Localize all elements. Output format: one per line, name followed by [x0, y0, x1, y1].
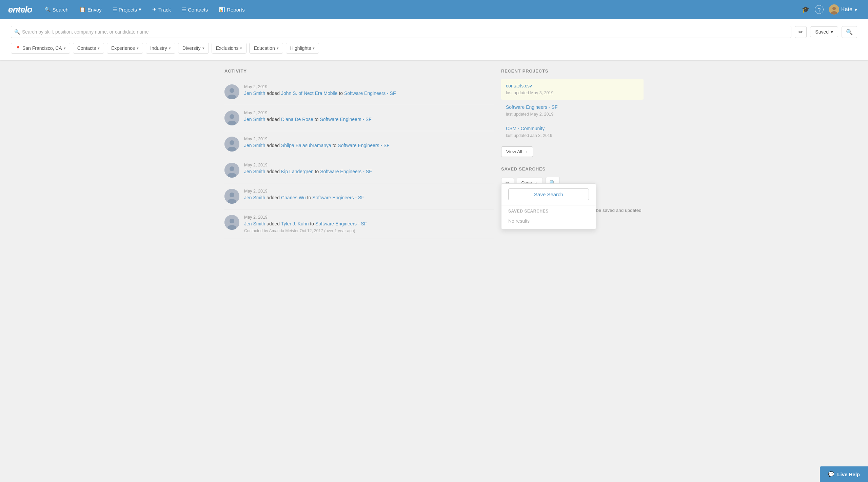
- svg-point-7: [230, 114, 234, 119]
- view-all-button[interactable]: View All →: [501, 146, 533, 157]
- diversity-chevron: ▾: [202, 46, 204, 51]
- saved-searches-section: SAVED SEARCHES ✏ Save ▲ 🔍 ▾: [501, 166, 644, 221]
- activity-item: May 2, 2019 Jen Smith added Tyler J. Kuh…: [224, 209, 494, 239]
- avatar: [224, 137, 239, 152]
- activity-title: ACTIVITY: [224, 68, 494, 74]
- filter-contacts[interactable]: Contacts ▾: [73, 43, 104, 54]
- graduation-cap-icon[interactable]: 🎓: [799, 4, 812, 15]
- activity-person-link[interactable]: John S. of Next Era Mobile: [281, 91, 338, 96]
- reports-icon: 📊: [219, 6, 225, 13]
- activity-person-link[interactable]: Tyler J. Kuhn: [281, 221, 309, 226]
- search-nav-icon: 🔍: [44, 6, 51, 13]
- svg-point-1: [832, 7, 836, 10]
- project-item[interactable]: CSM - Community last updated Jan 3, 2019: [501, 122, 644, 142]
- activity-actor-link[interactable]: Jen Smith: [244, 221, 265, 226]
- no-results-label: No results: [501, 216, 596, 229]
- activity-person-link[interactable]: Kip Landergren: [281, 169, 314, 174]
- activity-item: May 2, 2019 Jen Smith added Shilpa Balas…: [224, 131, 494, 157]
- save-search-button[interactable]: Save Search: [508, 188, 589, 200]
- activity-project-link[interactable]: Software Engineers - SF: [312, 195, 364, 200]
- filter-industry[interactable]: Industry ▾: [146, 43, 175, 54]
- nav-envoy[interactable]: 📋 Envoy: [75, 4, 106, 15]
- nav-projects[interactable]: ☰ Projects ▾: [108, 4, 145, 15]
- project-item[interactable]: contacts.csv last updated May 3, 2019: [501, 79, 644, 100]
- activity-item: May 2, 2019 Jen Smith added John S. of N…: [224, 79, 494, 105]
- avatar: [224, 111, 239, 125]
- highlights-chevron: ▾: [313, 46, 315, 51]
- nav-track[interactable]: ✈ Track: [148, 4, 175, 15]
- industry-chevron: ▾: [169, 46, 171, 51]
- recent-projects-section: RECENT PROJECTS contacts.csv last update…: [501, 68, 644, 157]
- filters-row: 📍 San Francisco, CA ▾ Contacts ▾ Experie…: [11, 43, 857, 54]
- project-item[interactable]: Software Engineers - SF last updated May…: [501, 100, 644, 121]
- activity-project-link[interactable]: Software Engineers - SF: [338, 143, 390, 148]
- user-menu[interactable]: Kate ▾: [826, 3, 860, 16]
- activity-person-link[interactable]: Diana De Rose: [281, 117, 313, 122]
- project-link[interactable]: contacts.csv: [506, 83, 639, 88]
- saved-button[interactable]: Saved ▾: [810, 26, 838, 37]
- project-link[interactable]: CSM - Community: [506, 126, 639, 131]
- user-name: Kate: [841, 6, 852, 13]
- activity-item: May 2, 2019 Jen Smith added Diana De Ros…: [224, 105, 494, 131]
- svg-point-10: [230, 140, 234, 145]
- filter-location[interactable]: 📍 San Francisco, CA ▾: [11, 43, 70, 54]
- activity-section: ACTIVITY May 2, 2019 Jen Smith added Joh…: [224, 68, 494, 239]
- filter-highlights[interactable]: Highlights ▾: [286, 43, 319, 54]
- activity-project-link[interactable]: Software Engineers - SF: [315, 221, 367, 226]
- filter-education[interactable]: Education ▾: [249, 43, 283, 54]
- filter-experience[interactable]: Experience ▾: [107, 43, 143, 54]
- svg-point-19: [230, 219, 234, 223]
- save-search-dropdown: Save Search SAVED SEARCHES No results: [501, 183, 596, 229]
- location-pin-icon: 📍: [15, 46, 21, 51]
- user-chevron: ▾: [854, 6, 857, 13]
- projects-chevron: ▾: [139, 6, 141, 13]
- svg-point-4: [230, 88, 234, 93]
- help-icon[interactable]: ?: [815, 5, 824, 14]
- edit-button[interactable]: ✏: [795, 26, 807, 38]
- education-chevron: ▾: [277, 46, 279, 51]
- activity-item: May 2, 2019 Jen Smith added Kip Landergr…: [224, 157, 494, 183]
- experience-chevron: ▾: [137, 46, 139, 51]
- activity-actor-link[interactable]: Jen Smith: [244, 195, 265, 200]
- saved-chevron: ▾: [831, 29, 833, 35]
- search-box-wrap: 🔍: [11, 26, 791, 38]
- activity-item: May 2, 2019 Jen Smith added Charles Wu t…: [224, 183, 494, 209]
- projects-icon: ☰: [113, 6, 117, 13]
- exclusions-chevron: ▾: [240, 46, 242, 51]
- contacts-icon: ☰: [182, 6, 186, 13]
- activity-actor-link[interactable]: Jen Smith: [244, 117, 265, 122]
- project-link[interactable]: Software Engineers - SF: [506, 104, 639, 110]
- activity-person-link[interactable]: Shilpa Balasubramanya: [281, 143, 331, 148]
- navbar: entelo 🔍 Search 📋 Envoy ☰ Projects ▾ ✈ T…: [0, 0, 868, 19]
- saved-searches-title: SAVED SEARCHES: [501, 166, 644, 172]
- activity-actor-link[interactable]: Jen Smith: [244, 143, 265, 148]
- activity-body: May 2, 2019 Jen Smith added Shilpa Balas…: [244, 137, 494, 149]
- recent-projects-title: RECENT PROJECTS: [501, 68, 644, 74]
- search-container: 🔍 ✏ Saved ▾ 🔍 📍 San Francisco, CA ▾ Cont…: [0, 19, 868, 60]
- filter-exclusions[interactable]: Exclusions ▾: [212, 43, 247, 54]
- search-main-button[interactable]: 🔍: [842, 26, 857, 38]
- activity-actor-link[interactable]: Jen Smith: [244, 91, 265, 96]
- save-dropdown-header: Save Search: [501, 184, 596, 205]
- activity-project-link[interactable]: Software Engineers - SF: [320, 169, 372, 174]
- activity-body: May 2, 2019 Jen Smith added Kip Landergr…: [244, 163, 494, 175]
- live-help-button[interactable]: 💬 Live Help: [820, 466, 868, 482]
- activity-body: May 2, 2019 Jen Smith added Diana De Ros…: [244, 111, 494, 123]
- activity-project-link[interactable]: Software Engineers - SF: [344, 91, 396, 96]
- nav-contacts[interactable]: ☰ Contacts: [178, 4, 212, 15]
- saved-searches-section-label: SAVED SEARCHES: [501, 205, 596, 216]
- brand-logo[interactable]: entelo: [8, 4, 32, 15]
- activity-body: May 2, 2019 Jen Smith added Charles Wu t…: [244, 189, 494, 201]
- search-box-icon: 🔍: [14, 29, 20, 35]
- activity-person-link[interactable]: Charles Wu: [281, 195, 306, 200]
- activity-body: May 2, 2019 Jen Smith added Tyler J. Kuh…: [244, 215, 494, 233]
- nav-search[interactable]: 🔍 Search: [40, 4, 73, 15]
- nav-reports[interactable]: 📊 Reports: [215, 4, 249, 15]
- right-panel: RECENT PROJECTS contacts.csv last update…: [501, 68, 644, 239]
- activity-project-link[interactable]: Software Engineers - SF: [320, 117, 372, 122]
- search-input[interactable]: [11, 26, 791, 38]
- search-row: 🔍 ✏ Saved ▾ 🔍: [11, 26, 857, 38]
- activity-actor-link[interactable]: Jen Smith: [244, 169, 265, 174]
- track-icon: ✈: [152, 6, 157, 13]
- filter-diversity[interactable]: Diversity ▾: [178, 43, 209, 54]
